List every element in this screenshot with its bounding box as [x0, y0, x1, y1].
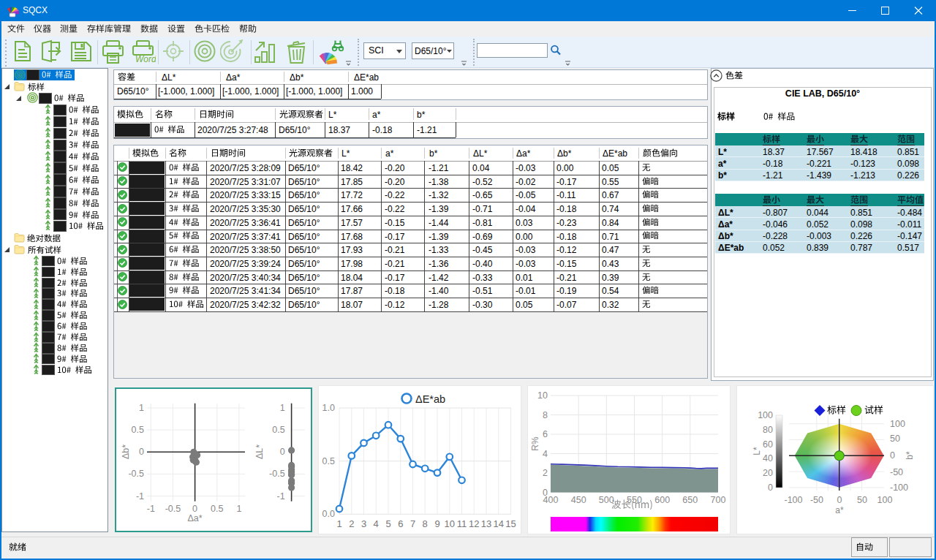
svg-text:1.0: 1.0 — [322, 403, 335, 413]
svg-text:1: 1 — [236, 504, 241, 514]
svg-text:1: 1 — [139, 403, 144, 413]
svg-text:Δb*: Δb* — [121, 444, 131, 459]
svg-text:-1: -1 — [136, 491, 144, 502]
svg-text:ΔE*ab: ΔE*ab — [415, 393, 445, 405]
svg-text:15: 15 — [505, 518, 516, 529]
svg-text:450: 450 — [571, 495, 586, 505]
svg-text:1: 1 — [336, 518, 341, 529]
svg-text:-0.5: -0.5 — [269, 469, 285, 479]
svg-text:0: 0 — [280, 447, 285, 457]
svg-text:600: 600 — [654, 495, 670, 505]
svg-text:6: 6 — [398, 518, 403, 529]
svg-text:11: 11 — [457, 518, 467, 529]
svg-text:0.5: 0.5 — [211, 504, 223, 514]
svg-text:0: 0 — [192, 504, 197, 514]
svg-text:-1: -1 — [276, 491, 284, 502]
svg-text:8: 8 — [423, 518, 428, 529]
svg-text:12: 12 — [469, 518, 479, 529]
svg-text:2: 2 — [349, 518, 354, 529]
svg-text:7: 7 — [410, 518, 415, 529]
svg-text:10: 10 — [445, 518, 455, 529]
svg-text:700: 700 — [711, 495, 726, 505]
svg-text:Δa*: Δa* — [188, 513, 203, 523]
svg-text:14: 14 — [494, 518, 504, 529]
svg-text:-0.5: -0.5 — [128, 469, 144, 479]
svg-text:10: 10 — [537, 390, 548, 401]
svg-text:5: 5 — [385, 518, 390, 529]
svg-text:2: 2 — [543, 468, 548, 478]
svg-text:0: 0 — [139, 447, 144, 457]
svg-text:0.5: 0.5 — [272, 425, 284, 435]
svg-text:9: 9 — [434, 518, 439, 529]
svg-text:0.5: 0.5 — [322, 456, 335, 466]
svg-text:4: 4 — [374, 518, 379, 529]
svg-text:ΔL*: ΔL* — [254, 444, 265, 459]
svg-text:8: 8 — [543, 410, 548, 420]
svg-text:-0.5: -0.5 — [165, 504, 181, 514]
svg-text:4: 4 — [543, 449, 548, 459]
svg-text:3: 3 — [361, 518, 366, 529]
svg-text:0.5: 0.5 — [132, 425, 144, 435]
svg-text:Word: Word — [135, 54, 156, 64]
svg-text:13: 13 — [481, 518, 491, 529]
svg-text:6: 6 — [543, 429, 548, 439]
svg-text:650: 650 — [682, 495, 698, 505]
svg-text:1: 1 — [280, 403, 285, 413]
svg-text:R%: R% — [530, 436, 540, 451]
svg-text:0.0: 0.0 — [322, 509, 335, 519]
svg-text:-1: -1 — [147, 504, 155, 514]
svg-text:400: 400 — [543, 495, 559, 505]
